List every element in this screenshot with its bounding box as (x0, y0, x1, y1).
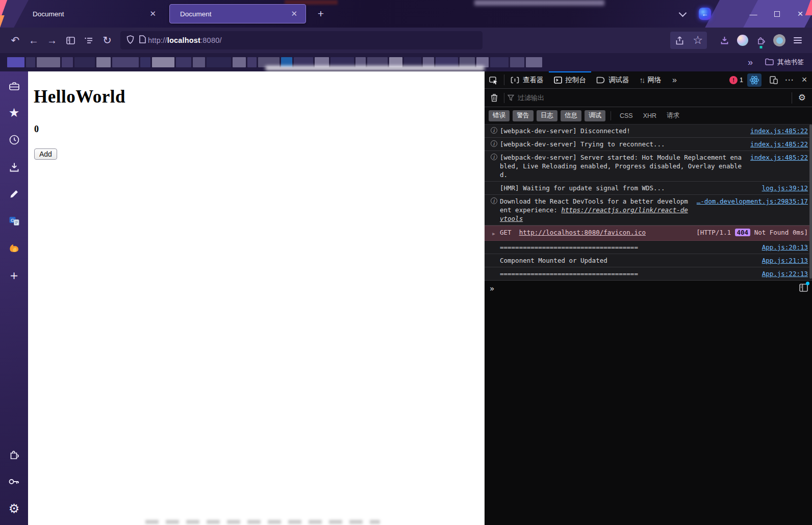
forward-icon[interactable]: → (43, 32, 61, 49)
tab-close-icon[interactable]: ✕ (146, 8, 159, 19)
console-filter-input[interactable]: 过滤输出 (508, 93, 792, 103)
console-message[interactable]: iDownload the React DevTools for a bette… (485, 195, 812, 226)
bookmarks-overflow-chevron-icon[interactable]: » (748, 57, 752, 68)
window-maximize-button[interactable] (765, 0, 789, 28)
source-location-link[interactable]: index.js:485:22 (750, 153, 808, 162)
console-filter-buttons: 错误警告日志信息调试CSSXHR请求 (485, 107, 812, 124)
console-message[interactable]: ▶GET http://localhost:8080/favicon.ico[H… (485, 226, 812, 241)
window-close-button[interactable]: × (789, 0, 812, 28)
other-bookmarks-label[interactable]: 其他书签 (777, 58, 804, 67)
devtools-tab-debugger[interactable]: 调试器 (591, 71, 635, 88)
source-location-link[interactable]: index.js:485:22 (750, 140, 808, 148)
console-settings-gear-icon[interactable]: ⚙ (792, 92, 812, 104)
filter-toggle-错误[interactable]: 错误 (489, 110, 510, 121)
reload-icon[interactable]: ↻ (98, 32, 116, 49)
console-sidebar-toggle-icon[interactable] (799, 284, 808, 293)
devtools-close-icon[interactable]: × (797, 71, 812, 89)
filter-toggle-警告[interactable]: 警告 (513, 110, 534, 121)
devtools-menu-icon[interactable]: ⋯ (781, 71, 797, 89)
pencil-icon[interactable] (4, 184, 24, 204)
source-location-link[interactable]: App.js:22:13 (762, 269, 808, 278)
console-messages: i[webpack-dev-server] Disconnected!index… (485, 124, 812, 281)
expand-arrow-icon[interactable]: ▶ (492, 229, 495, 238)
request-url-link[interactable]: http://localhost:8080/favicon.ico (519, 229, 646, 236)
tab-close-icon[interactable]: ✕ (288, 8, 300, 19)
navigation-toolbar: ↶ ← → ↻ http://localhost:8080/ ☆ (0, 28, 812, 53)
responsive-mode-icon[interactable] (766, 71, 781, 89)
source-location-link[interactable]: …-dom.development.js:29835:17 (697, 197, 808, 206)
filter-toggle-日志[interactable]: 日志 (537, 110, 557, 121)
account-avatar[interactable] (733, 32, 752, 49)
new-tab-button[interactable]: + (313, 7, 328, 20)
tab-document-2[interactable]: Document ✕ (169, 4, 306, 23)
toolbox-icon[interactable] (4, 76, 24, 96)
console-input-row[interactable]: » (485, 281, 812, 296)
filter-toggle-CSS[interactable]: CSS (616, 111, 637, 120)
console-message[interactable]: ====================================App.… (485, 241, 812, 254)
window-minimize-button[interactable]: — (742, 0, 765, 28)
passwords-key-icon[interactable] (4, 471, 24, 492)
message-hyperlink[interactable]: https://reactjs.org/link/react-devtools (500, 206, 688, 222)
page-info-icon[interactable] (139, 35, 146, 45)
profile-avatar[interactable] (770, 32, 789, 49)
source-location-link[interactable]: log.js:39:12 (762, 184, 808, 192)
source-location-link[interactable]: App.js:20:13 (762, 243, 808, 252)
sidebar-toggle-icon[interactable] (61, 32, 80, 49)
info-icon: i (491, 140, 497, 147)
tab-document-1[interactable]: Document ✕ (10, 4, 164, 23)
downloads-icon[interactable] (715, 32, 733, 49)
console-message[interactable]: i[webpack-dev-server] Disconnected!index… (485, 124, 812, 138)
translate-extension-icon[interactable]: G (4, 211, 24, 231)
filter-toggle-调试[interactable]: 调试 (585, 110, 605, 121)
filter-toggle-XHR[interactable]: XHR (640, 111, 660, 120)
devtools-tab-inspector[interactable]: 查看器 (505, 71, 549, 88)
source-location-link[interactable]: index.js:485:22 (750, 127, 808, 135)
url-text[interactable]: http://localhost:8080/ (148, 36, 222, 44)
react-devtools-icon[interactable] (747, 73, 762, 87)
console-message[interactable]: ====================================App.… (485, 267, 812, 281)
reader-list-icon[interactable] (80, 32, 98, 49)
counter-value: 0 (28, 107, 485, 135)
inspector-icon (511, 77, 519, 84)
history-clock-icon[interactable] (4, 130, 24, 150)
source-location-link[interactable]: App.js:21:13 (762, 256, 808, 265)
menu-hamburger-icon[interactable] (789, 32, 807, 49)
blurred-region (474, 0, 604, 6)
devtools-tab-console[interactable]: 控制台 (549, 71, 592, 88)
console-scrollbar[interactable] (809, 124, 812, 279)
blurred-region (145, 520, 380, 524)
console-message[interactable]: Component Mounted or UpdatedApp.js:21:13 (485, 254, 812, 267)
downloads-icon[interactable] (4, 157, 24, 177)
extensions-puzzle-icon[interactable] (4, 444, 24, 465)
error-count-badge[interactable]: ! 1 (729, 76, 743, 84)
more-tabs-chevron-icon[interactable]: » (667, 71, 682, 89)
element-picker-icon[interactable] (485, 71, 503, 89)
add-plus-icon[interactable]: ＋ (4, 265, 24, 285)
bookmark-star-icon[interactable]: ☆ (689, 32, 707, 49)
list-all-tabs-chevron-icon[interactable] (679, 9, 687, 17)
clear-console-trash-icon[interactable] (485, 89, 504, 107)
undo-arrow-icon[interactable]: ↶ (6, 32, 24, 49)
devtools-tab-network[interactable]: ↑↓ 网络 (635, 71, 667, 88)
bookmarks-star-icon[interactable]: ★ (4, 103, 24, 123)
web-page-content: HelloWorld 0 Add (28, 71, 485, 525)
extensions-puzzle-icon[interactable] (752, 32, 770, 49)
filter-toggle-请求[interactable]: 请求 (663, 110, 683, 121)
tab-title: Document (180, 10, 288, 18)
console-message[interactable]: i[webpack-dev-server] Server started: Ho… (485, 151, 812, 182)
console-prompt-chevron-icon: » (490, 284, 494, 293)
fox-extension-icon[interactable] (4, 238, 24, 258)
network-arrows-icon: ↑↓ (640, 76, 644, 84)
console-message[interactable]: [HMR] Waiting for update signal from WDS… (485, 182, 812, 195)
share-icon[interactable] (670, 32, 689, 49)
folder-icon (765, 58, 774, 67)
url-bar[interactable]: http://localhost:8080/ (120, 31, 483, 49)
filter-toggle-信息[interactable]: 信息 (561, 110, 581, 121)
back-icon[interactable]: ← (24, 32, 43, 49)
shield-icon[interactable] (126, 35, 134, 46)
add-button[interactable]: Add (34, 148, 57, 160)
message-text: [webpack-dev-server] Server started: Hot… (500, 153, 750, 179)
console-message[interactable]: i[webpack-dev-server] Trying to reconnec… (485, 138, 812, 151)
browser-sidebar: ★ G ＋ ⚙ (0, 71, 28, 525)
settings-gear-icon[interactable]: ⚙ (4, 498, 24, 519)
